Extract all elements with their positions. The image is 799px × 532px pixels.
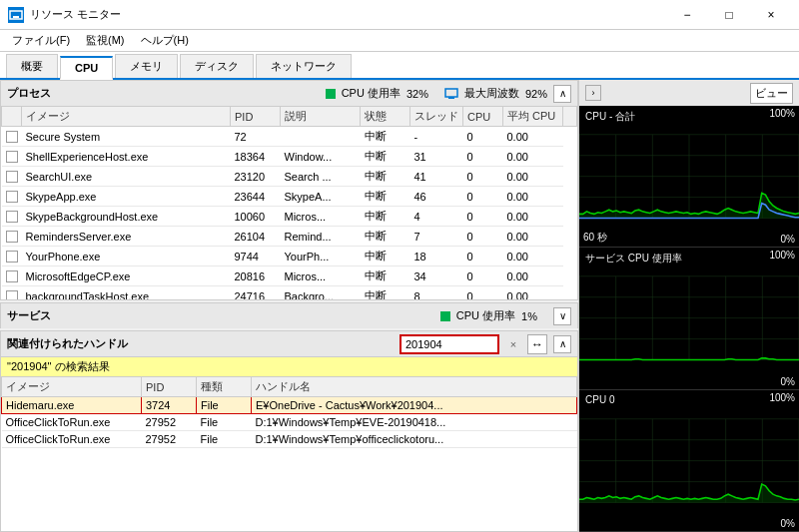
services-status: CPU 使用率 1% ∨ bbox=[440, 307, 571, 325]
handle-type: File bbox=[197, 414, 252, 431]
process-avgcpu: 0.00 bbox=[503, 247, 563, 266]
table-row: SkypeBackgroundHost.exe 10060 Micros... … bbox=[2, 207, 577, 227]
handles-collapse-btn[interactable]: ∧ bbox=[553, 335, 571, 353]
handle-image: OfficeClickToRun.exe bbox=[2, 414, 142, 431]
handles-table-wrap[interactable]: イメージ PID 種類 ハンドル名 Hidemaru.exe 3724 File… bbox=[0, 376, 578, 532]
handles-col-type-header[interactable]: 種類 bbox=[197, 377, 252, 397]
max-freq-indicator bbox=[444, 87, 458, 100]
menu-help[interactable]: ヘルプ(H) bbox=[135, 31, 195, 50]
col-cpu-header[interactable]: CPU bbox=[463, 107, 503, 127]
table-row: OfficeClickToRun.exe 27952 File D:1¥Wind… bbox=[2, 414, 577, 431]
row-checkbox[interactable] bbox=[6, 251, 18, 263]
search-clear-btn[interactable]: × bbox=[505, 336, 521, 352]
right-header: › ビュー bbox=[579, 80, 799, 106]
services-cpu-pct-bottom: 0% bbox=[781, 376, 795, 387]
process-cpu: 0 bbox=[463, 227, 503, 247]
process-avgcpu: 0.00 bbox=[503, 266, 563, 286]
col-threads-header[interactable]: スレッド bbox=[410, 107, 463, 127]
process-section-header: プロセス CPU 使用率 32% 最大周波数 92% ∧ bbox=[0, 80, 578, 106]
row-checkbox[interactable] bbox=[6, 211, 18, 223]
process-pid: 72 bbox=[231, 127, 281, 147]
row-checkbox[interactable] bbox=[6, 131, 18, 143]
tab-disk[interactable]: ディスク bbox=[180, 54, 254, 78]
services-collapse-btn[interactable]: ∨ bbox=[553, 307, 571, 325]
handles-col-image-header[interactable]: イメージ bbox=[2, 377, 142, 397]
cpu0-graph: CPU 0 100% 0% bbox=[579, 390, 799, 532]
row-checkbox[interactable] bbox=[6, 171, 18, 183]
process-table-wrap[interactable]: イメージ PID 説明 状態 スレッド CPU 平均 CPU Secure Sy… bbox=[0, 106, 578, 300]
search-go-btn[interactable]: ↔ bbox=[527, 334, 547, 354]
process-desc: Micros... bbox=[281, 207, 361, 227]
process-cpu: 0 bbox=[463, 247, 503, 266]
process-threads: 8 bbox=[410, 286, 463, 301]
tab-cpu[interactable]: CPU bbox=[60, 56, 113, 80]
col-desc-header[interactable]: 説明 bbox=[281, 107, 361, 127]
tab-memory[interactable]: メモリ bbox=[115, 54, 178, 78]
process-threads: 41 bbox=[410, 167, 463, 187]
cpu0-label: CPU 0 bbox=[581, 392, 618, 407]
process-pid: 23644 bbox=[231, 187, 281, 207]
process-avgcpu: 0.00 bbox=[503, 207, 563, 227]
process-state: 中断 bbox=[361, 266, 410, 286]
process-state: 中断 bbox=[361, 286, 410, 301]
process-cpu: 0 bbox=[463, 207, 503, 227]
col-state-header[interactable]: 状態 bbox=[361, 107, 410, 127]
col-image-header[interactable]: イメージ bbox=[22, 107, 231, 127]
process-pid: 9744 bbox=[231, 247, 281, 266]
menu-monitor[interactable]: 監視(M) bbox=[80, 31, 131, 50]
process-threads: 4 bbox=[410, 207, 463, 227]
process-pid: 20816 bbox=[231, 266, 281, 286]
col-scroll-header bbox=[563, 107, 577, 127]
process-table: イメージ PID 説明 状態 スレッド CPU 平均 CPU Secure Sy… bbox=[1, 106, 577, 300]
process-pid: 18364 bbox=[231, 147, 281, 167]
row-checkbox[interactable] bbox=[6, 290, 18, 300]
cpu-total-svg bbox=[579, 106, 799, 247]
maximize-button[interactable]: □ bbox=[709, 4, 749, 26]
window-controls: − □ × bbox=[667, 4, 791, 26]
services-section-header: サービス CPU 使用率 1% ∨ bbox=[0, 302, 578, 328]
process-threads: 7 bbox=[410, 227, 463, 247]
menu-file[interactable]: ファイル(F) bbox=[6, 31, 76, 50]
process-avgcpu: 0.00 bbox=[503, 286, 563, 301]
process-state: 中断 bbox=[361, 207, 410, 227]
process-state: 中断 bbox=[361, 227, 410, 247]
minimize-button[interactable]: − bbox=[667, 4, 707, 26]
process-cpu: 0 bbox=[463, 187, 503, 207]
row-checkbox[interactable] bbox=[6, 270, 18, 282]
process-name: MicrosoftEdgeCP.exe bbox=[22, 266, 231, 286]
row-checkbox[interactable] bbox=[6, 191, 18, 203]
row-checkbox[interactable] bbox=[6, 151, 18, 163]
col-pid-header[interactable]: PID bbox=[231, 107, 281, 127]
table-row: Hidemaru.exe 3724 File E¥OneDrive - Cact… bbox=[2, 397, 577, 414]
title-bar: リソース モニター − □ × bbox=[0, 0, 799, 30]
cpu-usage-dot bbox=[326, 89, 336, 99]
process-state: 中断 bbox=[361, 247, 410, 266]
process-name: SkypeBackgroundHost.exe bbox=[22, 207, 231, 227]
process-desc: Backgro... bbox=[281, 286, 361, 301]
main-layout: プロセス CPU 使用率 32% 最大周波数 92% ∧ bbox=[0, 80, 799, 532]
process-name: SkypeApp.exe bbox=[22, 187, 231, 207]
process-avgcpu: 0.00 bbox=[503, 187, 563, 207]
col-avgcpu-header[interactable]: 平均 CPU bbox=[503, 107, 563, 127]
process-desc: Search ... bbox=[281, 167, 361, 187]
tab-network[interactable]: ネットワーク bbox=[256, 54, 352, 78]
view-button[interactable]: ビュー bbox=[750, 83, 793, 104]
services-cpu-dot bbox=[440, 311, 450, 321]
process-desc: Remind... bbox=[281, 227, 361, 247]
cpu-total-pct-top: 100% bbox=[769, 108, 795, 119]
process-desc: Micros... bbox=[281, 266, 361, 286]
handles-col-pid-header[interactable]: PID bbox=[142, 377, 197, 397]
row-checkbox[interactable] bbox=[6, 231, 18, 243]
close-button[interactable]: × bbox=[751, 4, 791, 26]
process-state: 中断 bbox=[361, 147, 410, 167]
search-result-text: "201904" の検索結果 bbox=[7, 360, 110, 372]
tab-overview[interactable]: 概要 bbox=[6, 54, 58, 78]
cpu-total-label: CPU - 合計 bbox=[581, 108, 639, 126]
process-collapse-btn[interactable]: ∧ bbox=[553, 85, 571, 103]
process-cpu: 0 bbox=[463, 167, 503, 187]
handle-type: File bbox=[197, 397, 252, 414]
handles-col-handle-header[interactable]: ハンドル名 bbox=[252, 377, 577, 397]
handles-search-input[interactable] bbox=[400, 334, 499, 354]
handle-name: D:1¥Windows¥Temp¥EVE-20190418... bbox=[252, 414, 577, 431]
right-panel-expand-btn[interactable]: › bbox=[585, 85, 601, 101]
